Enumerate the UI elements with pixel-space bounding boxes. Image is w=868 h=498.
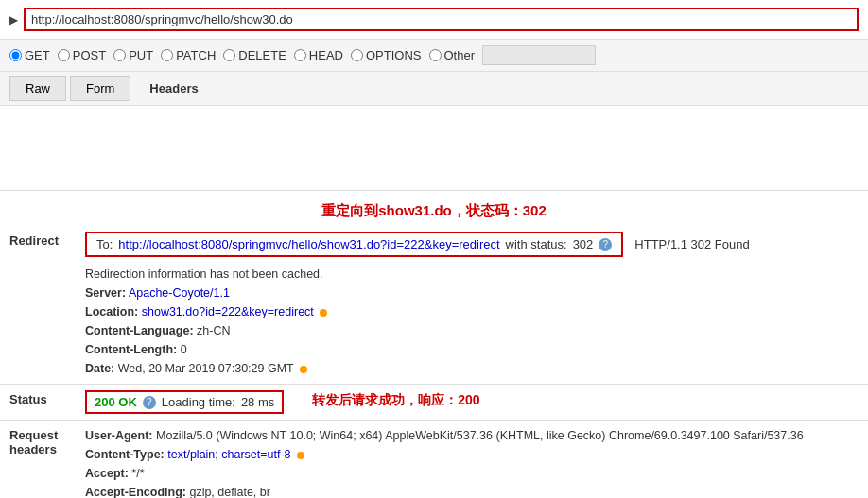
- method-get-radio[interactable]: [9, 49, 22, 61]
- method-other-text: Other: [444, 48, 476, 62]
- tab-headers[interactable]: Headers: [134, 77, 213, 100]
- method-patch-label[interactable]: PATCH: [161, 48, 216, 62]
- redirect-content-length-value: 0: [181, 343, 187, 356]
- orange-dot-ct: [297, 452, 304, 459]
- req-header-accept-encoding: Accept-Encoding: gzip, deflate, br: [85, 483, 804, 498]
- top-bar: ▶: [0, 0, 868, 40]
- redirect-content-language-line: Content-Language: zh-CN: [85, 321, 859, 340]
- status-code: 200 OK: [95, 395, 137, 409]
- method-options-label[interactable]: OPTIONS: [351, 48, 422, 62]
- method-options-text: OPTIONS: [366, 48, 422, 62]
- loading-time-value: 28 ms: [241, 395, 274, 409]
- user-agent-label: User-Agent:: [85, 429, 153, 442]
- redirect-date-line: Date: Wed, 20 Mar 2019 07:30:29 GMT: [85, 359, 859, 378]
- redirect-http-found: HTTP/1.1 302 Found: [634, 237, 749, 251]
- redirect-to-label: To:: [96, 237, 113, 251]
- redirect-with-status-label: with status:: [506, 237, 567, 251]
- request-body-area: [0, 106, 868, 191]
- url-input[interactable]: [24, 8, 859, 31]
- redirect-url: http://localhost:8080/springmvc/hello/sh…: [118, 237, 499, 251]
- url-row: ▶: [9, 8, 859, 31]
- req-header-content-type: Content-Type: text/plain; charset=utf-8: [85, 445, 804, 464]
- method-post-label[interactable]: POST: [58, 48, 106, 62]
- status-label: Status: [9, 390, 85, 406]
- method-other-label[interactable]: Other: [429, 48, 476, 62]
- redirect-server-value-link: Apache-Coyote/1.1: [129, 286, 230, 300]
- request-headers-label: Requestheaders: [9, 426, 85, 456]
- content-type-value: text/plain; charset=utf-8: [167, 448, 290, 461]
- request-headers-row: Requestheaders User-Agent: Mozilla/5.0 (…: [0, 422, 868, 498]
- redirect-content-language-value: zh-CN: [197, 324, 230, 337]
- redirect-location-value: show31.do?id=222&key=redirect: [142, 305, 314, 318]
- expand-icon[interactable]: ▶: [9, 13, 18, 26]
- redirect-help-icon[interactable]: ?: [599, 238, 612, 251]
- req-header-accept: Accept: */*: [85, 464, 804, 483]
- method-post-radio[interactable]: [58, 49, 70, 61]
- method-get-label[interactable]: GET: [9, 48, 50, 62]
- method-delete-text: DELETE: [238, 48, 286, 62]
- method-delete-radio[interactable]: [223, 49, 235, 61]
- accept-encoding-label: Accept-Encoding:: [85, 486, 186, 498]
- method-put-label[interactable]: PUT: [113, 48, 153, 62]
- tab-raw[interactable]: Raw: [9, 76, 66, 101]
- method-options-radio[interactable]: [351, 49, 363, 61]
- redirect-status-code: 302: [573, 237, 594, 251]
- method-head-label[interactable]: HEAD: [294, 48, 343, 62]
- loading-time-label: Loading time:: [162, 395, 235, 409]
- method-get-text: GET: [25, 48, 50, 62]
- method-patch-radio[interactable]: [161, 49, 173, 61]
- tab-form[interactable]: Form: [70, 76, 130, 101]
- redirect-location-label: Location:: [85, 305, 138, 318]
- divider2: [0, 420, 868, 421]
- redirect-box: To: http://localhost:8080/springmvc/hell…: [85, 232, 623, 257]
- status-box: 200 OK ? Loading time: 28 ms: [85, 390, 284, 414]
- status-help-icon[interactable]: ?: [143, 396, 156, 409]
- content-type-label: Content-Type:: [85, 448, 165, 461]
- redirect-location-line: Location: show31.do?id=222&key=redirect: [85, 302, 859, 321]
- orange-dot-location: [320, 309, 327, 317]
- redirect-label: Redirect: [9, 232, 85, 248]
- redirect-title: 重定向到show31.do，状态码：302: [0, 191, 868, 228]
- redirect-content-length-label: Content-Length:: [85, 343, 177, 356]
- method-put-radio[interactable]: [113, 49, 126, 61]
- accept-encoding-value: gzip, deflate, br: [189, 486, 269, 498]
- redirect-date-value: Wed, 20 Mar 2019 07:30:29 GMT: [118, 362, 294, 375]
- redirect-server-label: Server:: [85, 286, 126, 300]
- redirect-info-block: Redirection information has not been cac…: [0, 261, 868, 382]
- method-patch-text: PATCH: [176, 48, 216, 62]
- method-head-text: HEAD: [309, 48, 343, 62]
- status-row: Status 200 OK ? Loading time: 28 ms 转发后请…: [0, 386, 868, 418]
- tabs-row: Raw Form Headers: [0, 72, 868, 106]
- redirect-row: Redirect To: http://localhost:8080/sprin…: [0, 228, 868, 261]
- redirect-server-line: Server: Apache-Coyote/1.1: [85, 283, 859, 302]
- method-delete-label[interactable]: DELETE: [223, 48, 286, 62]
- orange-dot-date: [300, 366, 307, 373]
- method-post-text: POST: [73, 48, 106, 62]
- accept-value: */*: [131, 467, 144, 480]
- method-row: GET POST PUT PATCH DELETE HEAD OPTIONS O…: [0, 40, 868, 72]
- status-note: 转发后请求成功，响应：200: [312, 390, 479, 409]
- redirect-info-line1: Redirection information has not been cac…: [85, 265, 859, 283]
- redirect-date-label: Date:: [85, 362, 114, 375]
- accept-label: Accept:: [85, 467, 129, 480]
- redirect-content-language-label: Content-Language:: [85, 324, 194, 337]
- req-header-user-agent: User-Agent: Mozilla/5.0 (Windows NT 10.0…: [85, 426, 804, 445]
- method-other-radio[interactable]: [429, 49, 442, 61]
- user-agent-value-text: Mozilla/5.0 (Windows NT 10.0; Win64; x64…: [156, 429, 804, 442]
- request-headers-content: User-Agent: Mozilla/5.0 (Windows NT 10.0…: [85, 426, 804, 498]
- method-head-radio[interactable]: [294, 49, 306, 61]
- divider1: [0, 384, 868, 385]
- method-put-text: PUT: [129, 48, 153, 62]
- redirect-content-length-line: Content-Length: 0: [85, 340, 859, 359]
- method-other-input[interactable]: [482, 45, 596, 65]
